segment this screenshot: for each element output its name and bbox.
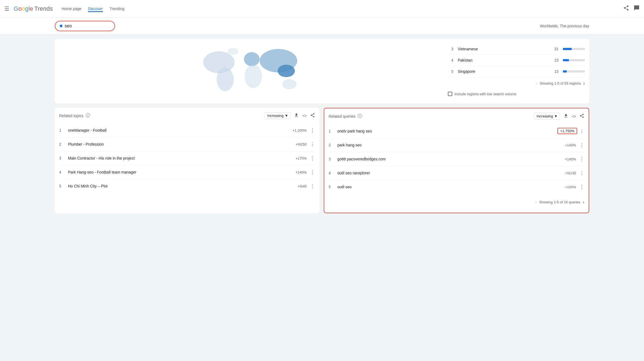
topic-num: 1 [59,128,65,132]
topic-row: 2 Plumber - Profession +%250 ⋮ [59,137,315,151]
query-value: +140% [565,143,576,147]
query-more-icon[interactable]: ⋮ [579,142,584,148]
region-bar-container [563,70,585,73]
query-value-badge: +1,750% [557,128,577,134]
search-dot [60,25,62,27]
query-num: 5 [329,185,334,189]
regions-pagination: ‹ Showing 1-5 of 55 regions › [448,77,585,89]
query-num: 2 [329,143,334,147]
topic-value: +140% [296,170,307,174]
topic-label: oneManager - Football [68,128,290,132]
world-map [59,44,441,98]
related-queries-title: Related queries [329,114,356,119]
topic-more-icon[interactable]: ⋮ [310,183,315,189]
related-queries-card: Related queries ⓘ Increasing ▼ <> 1 onel… [324,108,589,213]
query-more-icon[interactable]: ⋮ [579,184,584,190]
region-row: 4 Pakistan 23 [448,55,585,66]
topic-value: +%40 [297,184,307,188]
nav-discover[interactable]: Discover [88,5,103,12]
location-text: Worldwide, The previous day [540,24,589,28]
related-topics-embed-icon[interactable]: <> [302,114,307,118]
related-queries-help-icon[interactable]: ⓘ [358,113,362,119]
related-queries-filter[interactable]: Increasing ▼ [534,113,560,120]
related-topics-help-icon[interactable]: ⓘ [86,113,90,119]
region-bar [563,59,569,61]
region-score: 31 [554,47,559,51]
share-icon[interactable] [623,5,629,12]
queries-prev-arrow[interactable]: ‹ [535,199,537,205]
queries-pagination: ‹ Showing 1-5 of 16 queries › [329,196,585,208]
query-more-icon[interactable]: ⋮ [579,128,584,134]
topic-more-icon[interactable]: ⋮ [310,141,315,147]
query-label: go88 pacoveredbridges.com [337,157,563,161]
queries-next-arrow[interactable]: › [583,199,584,205]
topic-more-icon[interactable]: ⋮ [310,155,315,161]
regions-pagination-text: Showing 1-5 of 55 regions [540,81,581,85]
related-queries-download-icon[interactable] [563,113,568,119]
query-more-icon[interactable]: ⋮ [579,170,584,176]
query-label: onelv park hang seo [337,129,556,133]
query-num: 1 [329,129,334,133]
region-bar [563,70,567,73]
region-row: 3 Vietnamese 31 [448,44,585,55]
search-box[interactable]: seo [55,21,115,31]
query-value: +%130 [565,171,576,175]
related-topics-filter-chevron: ▼ [285,114,288,118]
topic-label: Plumber - Profession [68,142,293,146]
related-topics-filter[interactable]: Increasing ▼ [265,112,291,119]
svg-point-3 [245,65,262,88]
query-value: +100% [565,185,576,189]
topic-row: 3 Main Contractor - His role in the proj… [59,151,315,165]
nav-links: Home page Discover Trending [62,5,125,12]
related-topics-download-icon[interactable] [294,113,299,119]
low-volume-checkbox[interactable] [448,92,452,96]
topic-more-icon[interactable]: ⋮ [310,127,315,133]
nav-trending[interactable]: Trending [110,5,125,12]
related-topics-card: Related topics ⓘ Increasing ▼ <> 1 oneMa… [55,108,319,213]
region-num: 4 [448,58,453,62]
message-icon[interactable] [634,5,640,12]
related-queries-list: 1 onelv park hang seo +1,750% ⋮ 2 park h… [329,124,585,194]
header-right [623,5,640,12]
nav-homepage[interactable]: Home page [62,5,81,12]
svg-point-5 [278,65,295,77]
related-queries-filter-label: Increasing [537,114,553,118]
topic-row: 5 Ho Chi Minh City – Plot +%40 ⋮ [59,179,315,193]
region-bar-container [563,59,585,61]
topic-row: 1 oneManager - Football +1,200% ⋮ [59,123,315,137]
queries-pagination-text: Showing 1-5 of 16 queries [539,200,580,204]
topic-label: Main Contractor - His role in the projec… [68,156,293,160]
query-num: 3 [329,157,334,161]
related-topics-share-icon[interactable] [310,113,315,119]
topic-label: Ho Chi Minh City – Plot [68,184,295,188]
logo: Google Trends [14,5,53,12]
region-row: 5 Singapore 15 [448,66,585,77]
svg-point-6 [282,79,296,89]
related-queries-embed-icon[interactable]: <> [572,114,576,119]
topic-more-icon[interactable]: ⋮ [310,169,315,175]
topic-num: 4 [59,170,65,174]
search-bar-area: seo Worldwide, The previous day [0,18,644,35]
regions-next-arrow[interactable]: › [583,80,585,86]
topic-value: +%250 [296,142,307,146]
regions-panel: 3 Vietnamese 31 4 Pakistan 23 5 Singapor… [448,44,585,99]
region-name: Vietnamese [458,47,552,51]
region-bar [563,48,572,50]
related-queries-share-icon[interactable] [579,113,584,119]
query-row: 2 park hang seo +140% ⋮ [329,138,585,152]
region-name: Singapore [458,69,552,74]
region-score: 23 [554,58,559,62]
topic-label: Park Hang-seo - Football team manager [68,170,293,174]
query-num: 4 [329,171,334,175]
related-topics-list: 1 oneManager - Football +1,200% ⋮ 2 Plum… [59,123,315,193]
regions-prev-arrow[interactable]: ‹ [536,80,537,86]
main-content: 3 Vietnamese 31 4 Pakistan 23 5 Singapor… [0,39,644,213]
query-more-icon[interactable]: ⋮ [579,156,584,162]
related-queries-header: Related queries ⓘ Increasing ▼ <> [329,113,585,120]
region-bar-container [563,48,585,50]
related-topics-header: Related topics ⓘ Increasing ▼ <> [59,112,315,119]
svg-point-2 [244,52,260,66]
checkbox-label: Include regions with low search volume [454,92,516,96]
query-row: 5 outil seo +100% ⋮ [329,180,585,194]
menu-icon[interactable]: ☰ [4,5,9,12]
